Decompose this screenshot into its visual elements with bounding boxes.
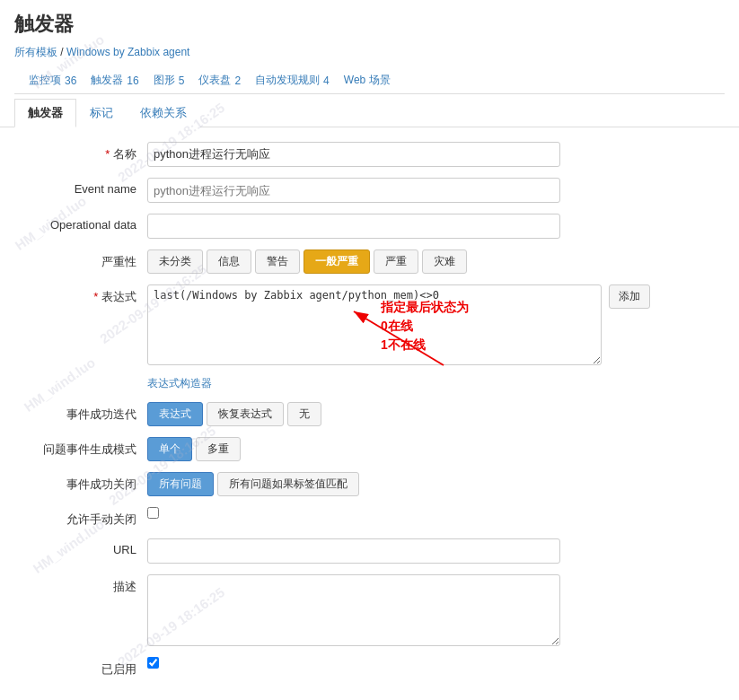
url-label: URL xyxy=(22,538,147,556)
name-input[interactable] xyxy=(147,142,560,167)
event-name-label: Event name xyxy=(22,178,147,196)
event-close-row: 事件成功关闭 所有问题 所有问题如果标签值匹配 xyxy=(22,472,715,496)
desc-row: 描述 xyxy=(22,574,715,646)
event-success-label: 事件成功迭代 xyxy=(22,402,147,423)
add-expression-button[interactable]: 添加 xyxy=(609,284,650,309)
severity-label: 严重性 xyxy=(22,249,147,270)
event-name-input[interactable] xyxy=(147,178,560,203)
event-success-row: 事件成功迭代 表达式 恢复表达式 无 xyxy=(22,402,715,426)
form-container: * 名称 Event name Operational data 严重性 未分类… xyxy=(0,127,736,700)
event-name-row: Event name xyxy=(22,178,715,203)
tab-triggers[interactable]: 触发器 xyxy=(14,99,76,127)
nav-dashboards: 仪表盘 2 xyxy=(198,73,241,88)
problem-event-group: 单个 多重 xyxy=(147,437,241,461)
event-close-group: 所有问题 所有问题如果标签值匹配 xyxy=(147,472,359,496)
severity-group: 未分类 信息 警告 一般严重 严重 灾难 xyxy=(147,249,467,274)
breadcrumb-host[interactable]: Windows by Zabbix agent xyxy=(66,46,189,58)
manual-close-checkbox-container xyxy=(147,507,159,519)
problem-event-row: 问题事件生成模式 单个 多重 xyxy=(22,437,715,461)
name-row: * 名称 xyxy=(22,142,715,167)
url-row: URL xyxy=(22,538,715,564)
severity-average[interactable]: 一般严重 xyxy=(304,249,370,274)
form-actions: 更新 克隆 删除 取消 xyxy=(22,696,715,700)
problem-event-multiple[interactable]: 多重 xyxy=(196,437,241,461)
operational-data-label: Operational data xyxy=(22,214,147,232)
event-close-tags-match[interactable]: 所有问题如果标签值匹配 xyxy=(217,472,359,496)
manual-close-checkbox[interactable] xyxy=(147,507,159,519)
enabled-row: 已启用 xyxy=(22,657,715,678)
severity-info[interactable]: 信息 xyxy=(207,249,251,274)
enabled-checkbox[interactable] xyxy=(147,657,159,669)
severity-disaster[interactable]: 灾难 xyxy=(422,249,467,274)
severity-high[interactable]: 严重 xyxy=(374,249,418,274)
tab-dependencies[interactable]: 依赖关系 xyxy=(127,99,200,127)
annotation-text: 指定最后状态为0在线1不在线 xyxy=(381,298,469,354)
enabled-checkbox-container xyxy=(147,657,159,669)
expression-row: * 表达式 last(/Windows by Zabbix agent/pyth… xyxy=(22,284,715,365)
enabled-label: 已启用 xyxy=(22,657,147,678)
severity-row: 严重性 未分类 信息 警告 一般严重 严重 灾难 xyxy=(22,249,715,274)
tab-tags[interactable]: 标记 xyxy=(76,99,127,127)
breadcrumb-all-templates[interactable]: 所有模板 xyxy=(14,46,57,58)
top-nav: 监控项 36 触发器 16 图形 5 仪表盘 2 自动发现规则 4 Web 场景 xyxy=(14,67,725,94)
event-success-group: 表达式 恢复表达式 无 xyxy=(147,402,321,426)
operational-data-input[interactable] xyxy=(147,214,560,239)
severity-unclassified[interactable]: 未分类 xyxy=(147,249,203,274)
page-title: 触发器 xyxy=(14,11,725,38)
severity-warning[interactable]: 警告 xyxy=(255,249,300,274)
expression-label: * 表达式 xyxy=(22,284,147,305)
event-close-all[interactable]: 所有问题 xyxy=(147,472,214,496)
name-label: * 名称 xyxy=(22,142,147,162)
nav-monitor-items: 监控项 36 xyxy=(29,73,76,88)
nav-graphs: 图形 5 xyxy=(154,73,185,88)
problem-event-single[interactable]: 单个 xyxy=(147,437,192,461)
event-close-label: 事件成功关闭 xyxy=(22,472,147,493)
nav-discovery-rules: 自动发现规则 4 xyxy=(255,73,330,88)
page-header: 触发器 所有模板 / Windows by Zabbix agent 监控项 3… xyxy=(0,0,739,127)
operational-data-row: Operational data xyxy=(22,214,715,239)
manual-close-row: 允许手动关闭 xyxy=(22,507,715,528)
nav-web-scenarios: Web 场景 xyxy=(344,73,391,88)
expr-builder-link[interactable]: 表达式构造器 xyxy=(147,376,212,391)
event-success-expression[interactable]: 表达式 xyxy=(147,402,203,426)
desc-label: 描述 xyxy=(22,574,147,595)
url-input[interactable] xyxy=(147,538,560,564)
breadcrumb: 所有模板 / Windows by Zabbix agent xyxy=(14,45,725,60)
problem-event-label: 问题事件生成模式 xyxy=(22,437,147,458)
manual-close-label: 允许手动关闭 xyxy=(22,507,147,528)
nav-tabs: 触发器 标记 依赖关系 xyxy=(14,98,725,127)
event-success-recovery-expression[interactable]: 恢复表达式 xyxy=(207,402,284,426)
event-success-none[interactable]: 无 xyxy=(287,402,321,426)
nav-triggers: 触发器 16 xyxy=(91,73,138,88)
desc-textarea[interactable] xyxy=(147,574,560,646)
